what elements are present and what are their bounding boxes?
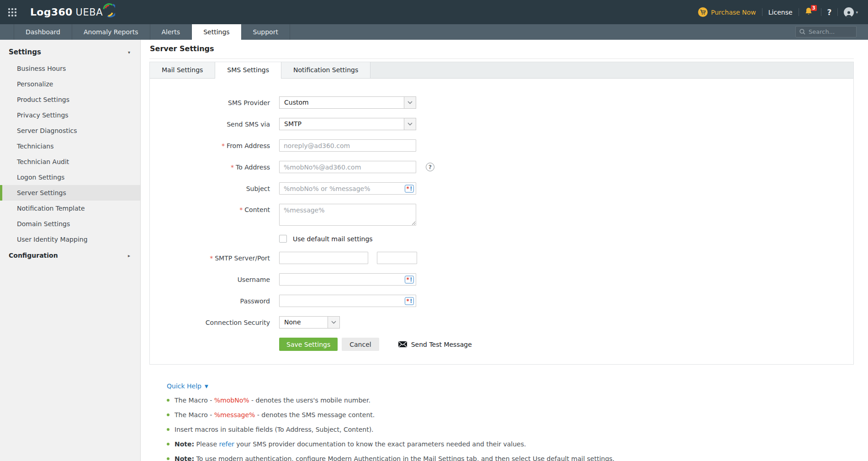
license-link[interactable]: License (768, 9, 793, 16)
bullet-text: %mobNo% (214, 397, 249, 404)
sidebar-item-technicians[interactable]: Technicians (0, 138, 140, 154)
logo-text-primary: Log360 (30, 6, 73, 18)
header-actions: Purchase Now License 3 ? ▾ (698, 7, 858, 17)
content-textarea[interactable] (279, 204, 416, 226)
password-input[interactable] (279, 295, 416, 307)
bullet-dot-icon (167, 413, 169, 416)
macro-picker-icon[interactable]: *! (405, 276, 414, 283)
triangle-down-icon: ▼ (205, 384, 208, 389)
sidebar-item-notification-template[interactable]: Notification Template (0, 201, 140, 216)
subject-label: Subject (246, 185, 270, 192)
sidebar-item-domain-settings[interactable]: Domain Settings (0, 216, 140, 232)
user-menu[interactable]: ▾ (844, 7, 858, 17)
logo-swoosh-icon (102, 1, 115, 18)
sms-provider-label: SMS Provider (150, 99, 270, 106)
macro-picker-icon[interactable]: *! (405, 185, 414, 192)
quick-help-toggle[interactable]: Quick Help ▼ (167, 382, 208, 390)
search-input[interactable]: Search... (795, 26, 857, 37)
bullet-text: your SMS provider documentation to know … (234, 440, 526, 448)
sidebar-header-settings[interactable]: Settings ▾ (0, 40, 140, 61)
connection-security-select[interactable]: None (279, 316, 340, 329)
save-settings-button[interactable]: Save Settings (279, 338, 338, 351)
sms-provider-value: Custom (280, 97, 404, 108)
server-settings-tabs: Mail SettingsSMS SettingsNotification Se… (150, 62, 853, 79)
username-input[interactable] (279, 273, 416, 286)
nav-tab-settings[interactable]: Settings (192, 24, 241, 40)
quick-help-bullet: The Macro - %mobNo% - denotes the users'… (167, 394, 854, 407)
send-test-message-link[interactable]: Send Test Message (398, 341, 472, 348)
bullet-dot-icon (167, 399, 169, 402)
bullet-text: - denotes the users's mobile number. (249, 397, 370, 404)
smtp-port-input[interactable] (377, 252, 417, 264)
sidebar-item-business-hours[interactable]: Business Hours (0, 61, 140, 76)
use-default-mail-checkbox[interactable] (279, 235, 287, 243)
nav-tab-anomaly-reports[interactable]: Anomaly Reports (72, 24, 150, 40)
connection-security-value: None (280, 317, 328, 328)
sidebar-item-user-identity-mapping[interactable]: User Identity Mapping (0, 232, 140, 247)
quick-help-bullet: Insert macros in suitable fields (To Add… (167, 423, 854, 436)
nav-tab-support[interactable]: Support (242, 24, 290, 40)
chevron-down-icon: ▾ (128, 50, 130, 55)
refer-link[interactable]: refer (219, 440, 234, 448)
header-divider (762, 8, 762, 16)
chevron-down-icon (404, 118, 416, 130)
sms-provider-select[interactable]: Custom (279, 96, 416, 109)
main-nav: DashboardAnomaly ReportsAlertsSettingsSu… (0, 24, 868, 40)
notifications-bell-icon[interactable]: 3 (805, 7, 812, 17)
bullet-text: To use modern authentication, configure … (194, 455, 614, 461)
header-divider (799, 8, 799, 16)
required-asterisk: * (231, 164, 234, 171)
purchase-now-button[interactable]: Purchase Now (698, 7, 756, 17)
bullet-text: - denotes the SMS message content. (255, 411, 375, 419)
nav-tab-alerts[interactable]: Alerts (150, 24, 192, 40)
app-header: Log360 UEBA Purchase Now License 3 ? (0, 0, 868, 24)
sidebar-header-configuration[interactable]: Configuration ▸ (0, 252, 140, 259)
notification-badge: 3 (811, 5, 817, 11)
sidebar-item-server-settings[interactable]: Server Settings (0, 185, 140, 201)
sidebar-item-logon-settings[interactable]: Logon Settings (0, 170, 140, 185)
required-asterisk: * (222, 142, 225, 149)
sidebar-item-technician-audit[interactable]: Technician Audit (0, 154, 140, 170)
tab-notification-settings[interactable]: Notification Settings (281, 62, 370, 78)
sidebar-item-server-diagnostics[interactable]: Server Diagnostics (0, 123, 140, 138)
to-address-help-icon[interactable]: ? (426, 163, 434, 171)
main-nav-tabs: DashboardAnomaly ReportsAlertsSettingsSu… (0, 24, 290, 40)
bullet-text: Insert macros in suitable fields (To Add… (175, 426, 374, 433)
sidebar-item-personalize[interactable]: Personalize (0, 76, 140, 92)
subject-input[interactable] (279, 182, 416, 195)
use-default-mail-label: Use default mail settings (293, 235, 373, 243)
apps-grid-icon[interactable] (8, 8, 16, 16)
logo-text-secondary: UEBA (76, 7, 103, 18)
header-divider (821, 8, 821, 16)
bullet-dot-icon (167, 443, 169, 445)
bullet-text: Please (194, 440, 219, 448)
tab-sms-settings[interactable]: SMS Settings (215, 62, 281, 79)
tab-mail-settings[interactable]: Mail Settings (150, 62, 215, 78)
required-asterisk: * (239, 206, 243, 213)
help-button[interactable]: ? (827, 8, 832, 17)
quick-help-bullet: Note: Please refer your SMS provider doc… (167, 438, 854, 450)
username-label: Username (238, 276, 270, 283)
search-placeholder: Search... (809, 28, 835, 35)
nav-tab-dashboard[interactable]: Dashboard (14, 24, 72, 40)
quick-help-section: Quick Help ▼ The Macro - %mobNo% - denot… (167, 382, 854, 461)
sms-settings-form: SMS Provider Custom Send SMS via SMTP (150, 79, 853, 351)
send-sms-via-select[interactable]: SMTP (279, 118, 416, 130)
sidebar-item-product-settings[interactable]: Product Settings (0, 92, 140, 107)
header-divider (837, 8, 838, 16)
purchase-now-label: Purchase Now (711, 9, 756, 16)
smtp-server-input[interactable] (279, 252, 368, 264)
sidebar-item-privacy-settings[interactable]: Privacy Settings (0, 107, 140, 123)
connection-security-label: Connection Security (150, 319, 270, 326)
user-avatar-icon (844, 7, 854, 17)
cancel-button[interactable]: Cancel (342, 338, 379, 351)
macro-picker-icon[interactable]: *! (405, 297, 414, 305)
to-address-input[interactable] (279, 161, 416, 173)
title-divider (149, 58, 854, 59)
from-address-input[interactable] (279, 139, 416, 152)
bullet-text: The Macro - (175, 397, 214, 404)
bullet-dot-icon (167, 457, 169, 460)
password-label: Password (240, 297, 270, 305)
quick-help-bullet: The Macro - %message% - denotes the SMS … (167, 408, 854, 421)
from-address-label: From Address (227, 142, 270, 149)
